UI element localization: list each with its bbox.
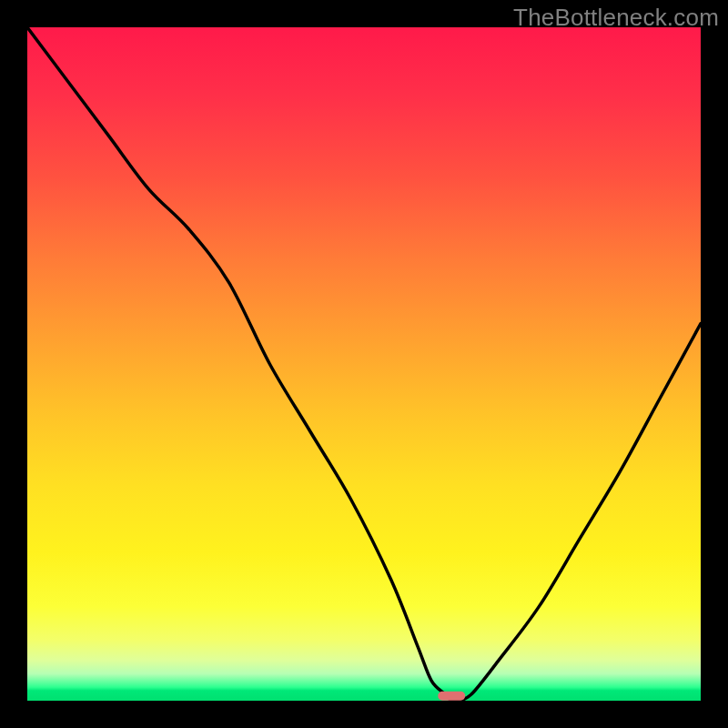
optimal-marker: [438, 692, 465, 701]
bottleneck-curve: [27, 27, 701, 701]
curve-layer: [27, 27, 701, 701]
watermark-text: TheBottleneck.com: [513, 4, 719, 32]
chart-frame: TheBottleneck.com: [0, 0, 728, 728]
plot-area: [27, 27, 701, 701]
